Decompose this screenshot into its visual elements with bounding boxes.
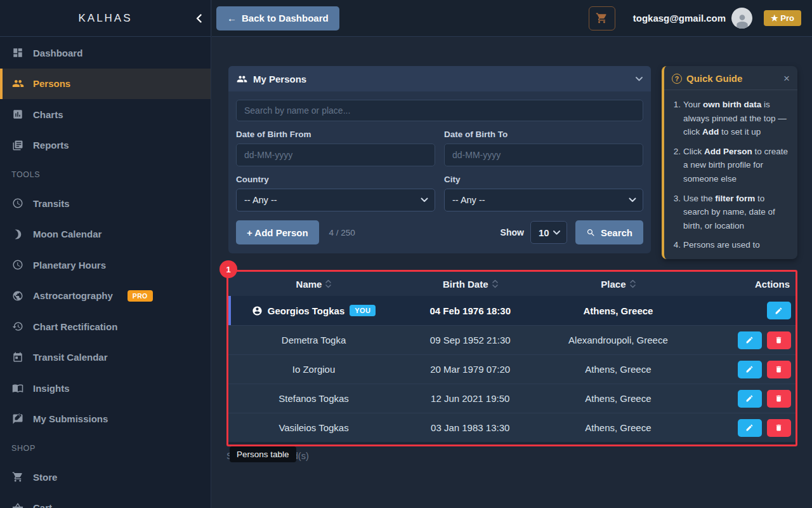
shopping-cart-icon <box>596 12 608 24</box>
country-select[interactable]: -- Any -- <box>236 189 435 211</box>
collapse-sidebar-icon[interactable] <box>196 14 202 23</box>
sidebar-item-chart-rectification[interactable]: Chart Rectification <box>0 311 211 342</box>
edit-button[interactable] <box>738 419 762 437</box>
persons-icon <box>11 77 24 90</box>
sidebar-item-astrocartography[interactable]: Astrocartography PRO <box>0 281 211 312</box>
chevron-down-icon <box>629 197 636 203</box>
brand-logo: KALHAS <box>78 12 132 25</box>
birth-date: 12 Jun 2021 19:50 <box>399 393 541 404</box>
pro-plan-badge: ★ Pro <box>764 10 801 26</box>
dob-to-input[interactable] <box>444 144 643 166</box>
page-size-select[interactable]: 10 <box>530 221 567 244</box>
sidebar-item-label: Moon Calendar <box>33 229 102 239</box>
sidebar-item-transits[interactable]: Transits <box>0 188 211 219</box>
person-name: Io Zorgiou <box>228 364 399 375</box>
charts-icon <box>11 108 24 121</box>
sidebar-item-label: My Submissions <box>33 413 108 424</box>
back-arrow-icon: ← <box>227 13 237 23</box>
edit-button[interactable] <box>767 302 791 319</box>
sidebar-item-planetary-hours[interactable]: Planetary Hours <box>0 250 211 281</box>
close-icon[interactable]: × <box>783 73 790 84</box>
sidebar-item-label: Cart <box>33 502 52 508</box>
edit-button[interactable] <box>738 361 762 378</box>
sidebar-item-label: Store <box>33 472 57 483</box>
my-persons-panel-header: My Persons <box>228 66 651 91</box>
trash-icon <box>775 394 783 403</box>
sidebar-item-label: Insights <box>33 383 70 394</box>
dob-from-input[interactable] <box>236 144 435 166</box>
guide-item: 2. Click Add Person to create a new birt… <box>669 145 791 186</box>
sidebar-item-label: Persons <box>33 78 70 89</box>
guide-item: 1. Your own birth data is always pinned … <box>669 98 791 139</box>
place: Athens, Greece <box>541 422 695 433</box>
sort-icon <box>630 279 636 288</box>
person-name: Vasileios Togkas <box>228 422 399 433</box>
sort-icon <box>325 279 331 288</box>
sidebar-item-label: Chart Rectification <box>33 321 117 332</box>
sidebar-item-store[interactable]: Store <box>0 462 211 493</box>
help-circle-icon: ? <box>672 74 682 84</box>
sidebar-item-persons[interactable]: Persons <box>0 69 211 100</box>
sidebar-item-transit-calendar[interactable]: Transit Calendar <box>0 342 211 373</box>
persons-counter: 4 / 250 <box>329 228 355 237</box>
topbar: ← Back to Dashboard togkasg@gmail.com ★ … <box>212 0 812 37</box>
search-input[interactable] <box>236 100 643 121</box>
sidebar-item-label: Astrocartography <box>33 290 113 301</box>
add-person-button[interactable]: + Add Person <box>236 220 319 244</box>
table-row: Stefanos Togkas 12 Jun 2021 19:50 Athens… <box>228 384 797 413</box>
cart-button[interactable] <box>589 6 615 30</box>
back-to-dashboard-button[interactable]: ← Back to Dashboard <box>216 6 339 30</box>
persons-icon <box>237 74 247 84</box>
dob-from-label: Date of Birth From <box>236 130 435 139</box>
delete-button[interactable] <box>767 419 791 437</box>
annotation-number-badge: 1 <box>219 260 237 278</box>
place: Athens, Greece <box>541 393 695 404</box>
search-button[interactable]: Search <box>575 220 643 244</box>
sidebar-item-moon-calendar[interactable]: Moon Calendar <box>0 219 211 250</box>
chevron-down-icon <box>553 231 560 235</box>
persons-table: Name Birth Date Place Actions Georgios T… <box>228 272 797 442</box>
edit-button[interactable] <box>738 331 762 349</box>
you-badge: YOU <box>350 305 376 316</box>
person-name: Demetra Togka <box>228 335 399 345</box>
sidebar: KALHAS Dashboard Persons Charts Reports … <box>0 0 211 508</box>
sidebar-item-reports[interactable]: Reports <box>0 130 211 161</box>
delete-button[interactable] <box>767 331 791 349</box>
person-name: Stefanos Togkas <box>228 393 399 404</box>
dob-to-label: Date of Birth To <box>444 130 643 139</box>
column-header-place[interactable]: Place <box>541 279 695 290</box>
guide-item: 3. Use the filter form to search by name… <box>669 192 791 233</box>
sidebar-item-charts[interactable]: Charts <box>0 99 211 130</box>
sidebar-item-insights[interactable]: Insights <box>0 373 211 404</box>
place: Athens, Greece <box>541 364 695 375</box>
person-circle-icon <box>252 305 263 316</box>
pencil-icon <box>745 394 754 403</box>
sidebar-item-dashboard[interactable]: Dashboard <box>0 37 211 69</box>
column-header-birth-date[interactable]: Birth Date <box>399 279 541 290</box>
quick-guide-panel: ? Quick Guide × 1. Your own birth data i… <box>662 66 797 259</box>
edit-button[interactable] <box>738 390 762 408</box>
delete-button[interactable] <box>767 361 791 378</box>
sidebar-nav: Dashboard Persons Charts Reports TOOLS T… <box>0 37 211 508</box>
avatar[interactable] <box>731 8 752 29</box>
country-label: Country <box>236 175 435 184</box>
city-select[interactable]: -- Any -- <box>444 189 643 211</box>
annotation-tooltip: Persons table <box>230 446 296 462</box>
place: Alexandroupoli, Greece <box>541 335 695 345</box>
sidebar-item-cart[interactable]: Cart <box>0 493 211 508</box>
table-row: Vasileios Togkas 03 Jan 1983 13:30 Athen… <box>228 413 797 442</box>
pencil-icon <box>775 307 783 315</box>
delete-button[interactable] <box>767 390 791 408</box>
search-icon <box>586 228 596 237</box>
table-row: Io Zorgiou 20 Mar 1979 07:20 Athens, Gre… <box>228 354 797 384</box>
sidebar-section-tools: TOOLS <box>0 161 211 188</box>
sidebar-item-label: Dashboard <box>33 48 82 58</box>
basket-icon <box>11 502 24 508</box>
chevron-down-icon[interactable] <box>636 77 643 81</box>
column-header-name[interactable]: Name <box>228 279 399 290</box>
trash-icon <box>775 365 783 373</box>
city-label: City <box>444 175 643 184</box>
birth-date: 03 Jan 1983 13:30 <box>399 422 541 433</box>
table-row: Georgios Togkas YOU 04 Feb 1976 18:30 At… <box>228 296 797 325</box>
sidebar-item-my-submissions[interactable]: My Submissions <box>0 404 211 435</box>
